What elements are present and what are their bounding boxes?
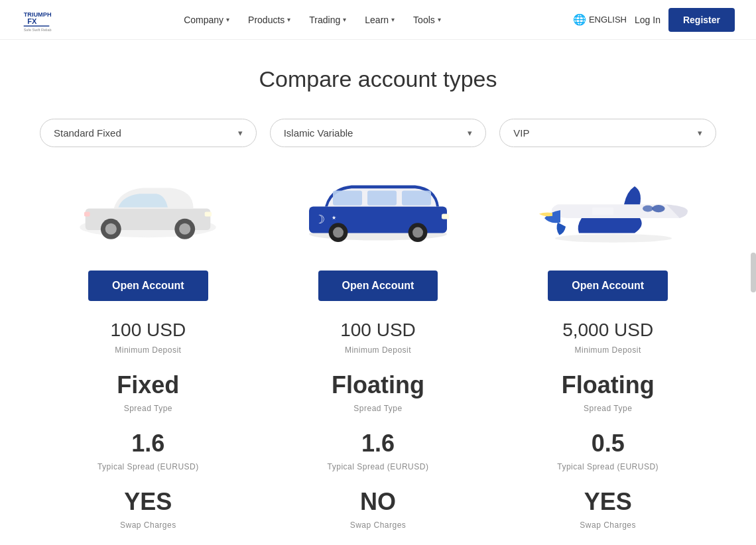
nav-right: 🌐 ENGLISH Log In Register <box>573 8 735 32</box>
car-icon <box>68 170 227 250</box>
svg-text:FX: FX <box>27 17 37 25</box>
swap-charges-vip: YES Swap Charges <box>499 488 716 530</box>
account-dropdown-islamic[interactable]: Islamic Variable ▾ <box>270 119 487 147</box>
nav-links: Company ▾ Products ▾ Trading ▾ Learn ▾ T… <box>176 9 449 30</box>
nav-products[interactable]: Products ▾ <box>240 9 298 30</box>
register-button[interactable]: Register <box>668 8 735 32</box>
chevron-down-icon: ▾ <box>287 16 290 23</box>
chevron-down-icon: ▾ <box>438 16 441 23</box>
svg-text:☽: ☽ <box>314 213 325 226</box>
account-card-islamic: Islamic Variable ▾ <box>270 119 487 545</box>
svg-point-24 <box>412 227 423 238</box>
svg-point-28 <box>643 206 653 212</box>
svg-point-8 <box>105 223 117 235</box>
nav-tools[interactable]: Tools ▾ <box>405 9 449 30</box>
scrollbar[interactable] <box>751 253 756 292</box>
main-content: Compare account types Standard Fixed ▾ <box>0 40 756 545</box>
dropdown-chevron-icon: ▾ <box>698 128 702 138</box>
svg-text:★: ★ <box>332 215 336 221</box>
svg-rect-16 <box>367 190 397 205</box>
swap-charges-islamic: NO Swap Charges <box>270 488 487 530</box>
svg-point-22 <box>333 227 344 238</box>
open-account-button-islamic[interactable]: Open Account <box>318 271 438 301</box>
spread-type-vip: Floating Spread Type <box>499 371 716 414</box>
nav-trading[interactable]: Trading ▾ <box>301 9 354 30</box>
svg-point-10 <box>179 223 190 235</box>
typical-spread-islamic: 1.6 Typical Spread (EURUSD) <box>270 430 487 472</box>
open-account-button-standard[interactable]: Open Account <box>88 271 208 301</box>
logo-icon: TRIUMPH FX Safe Swift Reliable <box>21 5 52 35</box>
open-account-button-vip[interactable]: Open Account <box>548 271 668 301</box>
svg-rect-29 <box>592 208 613 215</box>
vehicle-image-vip <box>499 160 716 260</box>
language-selector[interactable]: 🌐 ENGLISH <box>573 13 627 26</box>
min-deposit-standard: 100 USD Minimum Deposit <box>40 320 257 355</box>
svg-point-27 <box>652 205 664 212</box>
globe-icon: 🌐 <box>573 13 586 26</box>
svg-rect-15 <box>333 190 362 205</box>
dropdown-chevron-icon: ▾ <box>238 128 243 138</box>
min-deposit-vip: 5,000 USD Minimum Deposit <box>499 320 716 355</box>
svg-point-26 <box>555 234 672 243</box>
dropdown-chevron-icon: ▾ <box>468 128 472 138</box>
logo[interactable]: TRIUMPH FX Safe Swift Reliable <box>21 5 52 35</box>
svg-rect-25 <box>442 214 449 219</box>
account-card-standard: Standard Fixed ▾ <box>40 119 257 545</box>
login-button[interactable]: Log In <box>635 15 661 25</box>
vehicle-image-standard <box>40 160 257 260</box>
shuttle-icon <box>529 170 688 250</box>
spread-type-standard: Fixed Spread Type <box>40 371 257 414</box>
account-card-vip: VIP ▾ <box>499 119 716 545</box>
typical-spread-standard: 1.6 Typical Spread (EURUSD) <box>40 430 257 472</box>
svg-rect-17 <box>402 190 431 205</box>
navbar: TRIUMPH FX Safe Swift Reliable Company ▾… <box>0 0 756 40</box>
swap-charges-standard: YES Swap Charges <box>40 488 257 530</box>
svg-rect-11 <box>205 212 212 217</box>
svg-text:Safe Swift Reliable: Safe Swift Reliable <box>24 28 52 32</box>
accounts-grid: Standard Fixed ▾ <box>40 119 716 545</box>
typical-spread-vip: 0.5 Typical Spread (EURUSD) <box>499 430 716 472</box>
chevron-down-icon: ▾ <box>343 16 346 23</box>
account-dropdown-standard[interactable]: Standard Fixed ▾ <box>40 119 257 147</box>
nav-company[interactable]: Company ▾ <box>176 9 237 30</box>
page-title: Compare account types <box>40 66 716 92</box>
min-deposit-islamic: 100 USD Minimum Deposit <box>270 320 487 355</box>
spread-type-islamic: Floating Spread Type <box>270 371 487 414</box>
nav-learn[interactable]: Learn ▾ <box>357 9 403 30</box>
vehicle-image-islamic: ☽ ★ ★ <box>270 160 487 260</box>
suv-icon: ☽ ★ ★ <box>298 170 458 250</box>
account-dropdown-vip[interactable]: VIP ▾ <box>499 119 716 147</box>
chevron-down-icon: ▾ <box>391 16 395 23</box>
svg-rect-12 <box>84 212 90 217</box>
chevron-down-icon: ▾ <box>226 16 229 23</box>
